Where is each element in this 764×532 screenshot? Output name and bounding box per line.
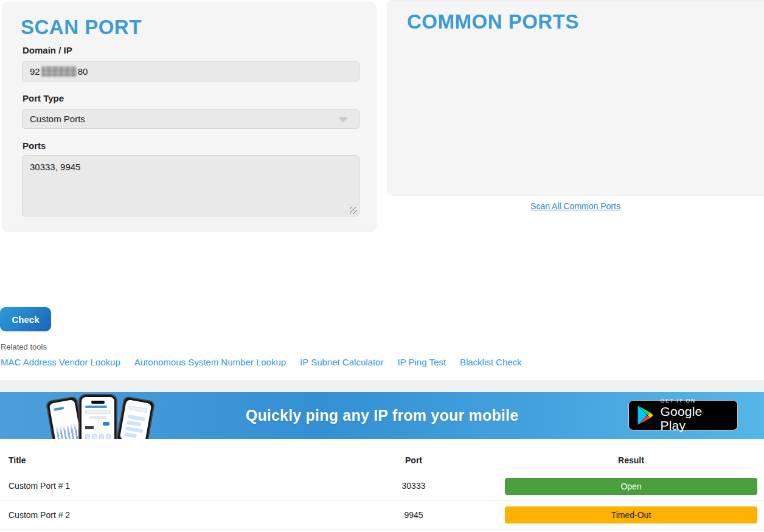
domain-ip-input[interactable]: 9280	[22, 61, 359, 81]
ports-value: 30333, 9945	[30, 162, 80, 172]
scan-port-panel: SCAN PORT Domain / IP 9280 Port Type Cus…	[2, 2, 377, 232]
domain-value-prefix: 92	[30, 66, 40, 77]
common-ports-title: COMMON PORTS	[407, 10, 579, 33]
row-divider	[0, 500, 764, 500]
row1-status-badge: Open	[505, 478, 757, 495]
ports-label: Ports	[23, 140, 46, 151]
google-play-badge-text: GET IT ON Google Play	[660, 398, 730, 432]
link-autonomous-system-number-lookup[interactable]: Autonomous System Number Lookup	[134, 357, 286, 367]
phone-center	[78, 394, 117, 439]
link-ip-ping-test[interactable]: IP Ping Test	[397, 357, 446, 367]
link-mac-address-vendor-lookup[interactable]: MAC Address Vendor Lookup	[1, 357, 120, 367]
redacted-blur	[41, 66, 77, 77]
promo-banner: Quickly ping any IP from your mobile GET…	[0, 392, 764, 439]
row2-status-badge: Timed-Out	[505, 506, 757, 523]
link-blacklist-check[interactable]: Blacklist Check	[460, 357, 522, 367]
google-play-get-it-on: GET IT ON	[660, 398, 730, 404]
row-divider	[0, 530, 764, 530]
google-play-badge[interactable]: GET IT ON Google Play	[628, 400, 738, 430]
domain-ip-label: Domain / IP	[23, 45, 72, 55]
scan-port-title: SCAN PORT	[21, 16, 142, 39]
check-button[interactable]: Check	[0, 307, 51, 331]
row2-title: Custom Port # 2	[9, 510, 70, 520]
column-header-title: Title	[9, 455, 26, 465]
related-tools-links: MAC Address Vendor Lookup Autonomous Sys…	[1, 357, 522, 367]
row2-port: 9945	[341, 510, 487, 520]
resize-handle-icon[interactable]	[350, 207, 357, 214]
page: SCAN PORT Domain / IP 9280 Port Type Cus…	[0, 0, 764, 532]
google-play-label: Google Play	[660, 404, 730, 432]
column-header-result: Result	[505, 455, 757, 465]
port-type-select[interactable]: Custom Ports	[22, 109, 359, 129]
row1-title: Custom Port # 1	[9, 481, 70, 491]
column-header-port: Port	[341, 455, 487, 465]
port-type-label: Port Type	[23, 93, 64, 103]
related-tools-heading: Related tools	[1, 342, 47, 351]
section-divider-strip	[0, 380, 764, 392]
common-ports-panel: COMMON PORTS 21FTP 22SSH 23Telnet 25SMTP…	[387, 0, 764, 196]
row1-port: 30333	[341, 481, 487, 491]
link-ip-subnet-calculator[interactable]: IP Subnet Calculator	[300, 357, 383, 367]
ports-textarea[interactable]: 30333, 9945	[22, 155, 359, 216]
scan-all-common-ports-link[interactable]: Scan All Common Ports	[387, 201, 764, 211]
google-play-icon	[636, 405, 654, 426]
port-type-selected-value: Custom Ports	[30, 114, 85, 124]
chevron-down-icon	[338, 117, 348, 122]
domain-value-suffix: 80	[78, 66, 88, 77]
